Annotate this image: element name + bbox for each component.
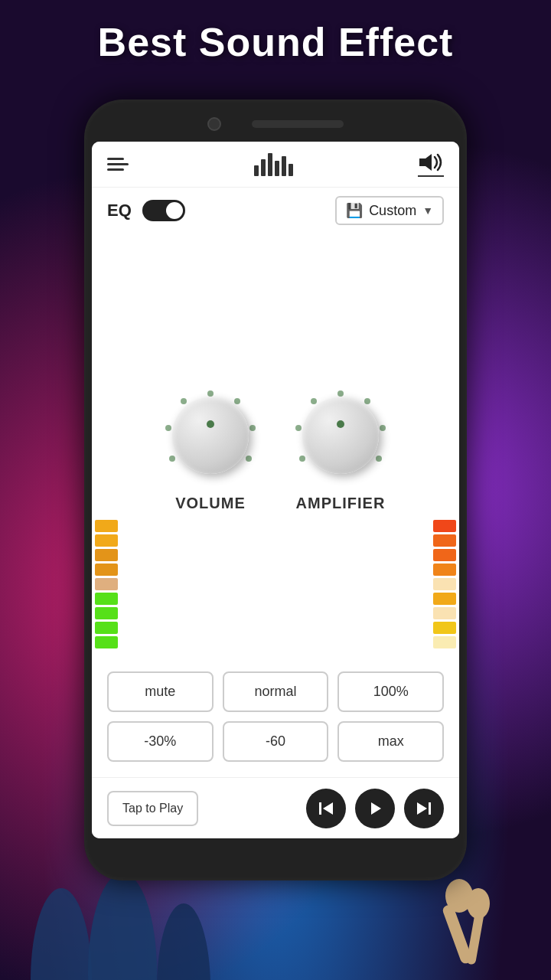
chevron-down-icon: ▼ xyxy=(422,204,433,217)
vu-right-bar xyxy=(433,622,456,634)
menu-line-1 xyxy=(107,158,124,160)
minus30-button[interactable]: -30% xyxy=(107,721,214,762)
volume-icon-button[interactable] xyxy=(418,152,444,177)
vu-left-bar xyxy=(95,636,118,648)
eq-bar-6 xyxy=(289,164,293,176)
equalizer-icon xyxy=(254,153,293,176)
eq-bar-5 xyxy=(282,156,286,176)
tap-to-play-button[interactable]: Tap to Play xyxy=(107,791,198,826)
vu-meter-left xyxy=(92,249,121,648)
svg-point-15 xyxy=(337,390,344,397)
player-controls xyxy=(306,789,444,828)
eq-toggle[interactable] xyxy=(142,200,185,221)
vu-right-bar xyxy=(433,593,456,605)
menu-line-3 xyxy=(107,168,124,171)
svg-point-2 xyxy=(157,903,210,980)
svg-point-10 xyxy=(249,425,256,431)
menu-button[interactable] xyxy=(107,158,129,171)
vu-meter-right xyxy=(430,249,459,648)
svg-point-18 xyxy=(376,456,382,462)
svg-rect-22 xyxy=(319,802,321,815)
svg-point-16 xyxy=(364,398,370,404)
svg-point-6 xyxy=(467,888,490,919)
vu-left-bar xyxy=(95,607,118,619)
svg-rect-25 xyxy=(429,802,431,815)
eq-bar-4 xyxy=(275,161,279,176)
vu-left-bar xyxy=(95,578,118,590)
eq-bar-3 xyxy=(268,153,272,176)
vu-left-bar xyxy=(95,622,118,634)
preset-dropdown[interactable]: 💾 Custom ▼ xyxy=(335,196,444,225)
volume-knob-body[interactable] xyxy=(172,397,249,474)
title-bar: Best Sound Effect xyxy=(0,0,551,84)
svg-point-0 xyxy=(31,888,92,980)
next-button[interactable] xyxy=(404,789,444,828)
knob-section: VOLUME xyxy=(92,234,459,664)
save-icon: 💾 xyxy=(346,202,363,219)
svg-marker-26 xyxy=(417,802,427,815)
vu-right-bar xyxy=(433,636,456,648)
play-button[interactable] xyxy=(355,789,395,828)
vu-left-bar xyxy=(95,549,118,561)
player-bar: Tap to Play xyxy=(92,777,459,838)
svg-point-14 xyxy=(181,398,187,404)
minus60-button[interactable]: -60 xyxy=(223,721,329,762)
amplifier-knob[interactable] xyxy=(291,386,390,485)
phone-frame: EQ 💾 Custom ▼ xyxy=(84,100,467,880)
svg-point-13 xyxy=(165,425,171,431)
amplifier-knob-indicator xyxy=(337,420,344,428)
eq-bar-2 xyxy=(261,159,266,176)
svg-point-12 xyxy=(169,456,175,462)
vu-left-bar xyxy=(95,534,118,547)
eq-row: EQ 💾 Custom ▼ xyxy=(92,188,459,234)
menu-line-2 xyxy=(107,163,129,165)
volume-knob[interactable] xyxy=(161,386,260,485)
vu-left-bar xyxy=(95,593,118,605)
svg-point-20 xyxy=(295,425,302,431)
volume-label: VOLUME xyxy=(175,495,246,512)
svg-point-8 xyxy=(207,390,214,397)
vu-left-bar xyxy=(95,520,118,532)
amplifier-knob-container: AMPLIFIER xyxy=(291,386,390,512)
full-volume-button[interactable]: 100% xyxy=(337,671,444,712)
vu-left-bar xyxy=(95,564,118,576)
mute-button[interactable]: mute xyxy=(107,671,214,712)
svg-point-17 xyxy=(380,425,386,431)
preset-label: Custom xyxy=(369,203,416,219)
svg-marker-24 xyxy=(371,802,381,815)
volume-knob-indicator xyxy=(207,420,214,428)
eq-bar-1 xyxy=(254,165,259,176)
vu-right-bar xyxy=(433,520,456,532)
svg-point-19 xyxy=(299,456,305,462)
svg-point-21 xyxy=(311,398,317,404)
vu-right-bar xyxy=(433,549,456,561)
app-screen: EQ 💾 Custom ▼ xyxy=(92,142,459,838)
max-button[interactable]: max xyxy=(337,721,444,762)
app-title: Best Sound Effect xyxy=(98,19,454,65)
vu-right-bar xyxy=(433,534,456,547)
eq-label: EQ xyxy=(107,201,132,220)
amplifier-knob-body[interactable] xyxy=(302,397,379,474)
svg-marker-23 xyxy=(323,802,333,815)
eq-toggle-thumb xyxy=(166,202,183,219)
front-camera xyxy=(207,117,221,131)
svg-point-11 xyxy=(246,456,252,462)
svg-point-9 xyxy=(234,398,240,404)
normal-button[interactable]: normal xyxy=(223,671,329,712)
app-header xyxy=(92,142,459,188)
svg-rect-4 xyxy=(466,910,484,965)
amplifier-label: AMPLIFIER xyxy=(296,495,386,512)
prev-button[interactable] xyxy=(306,789,346,828)
volume-knob-container: VOLUME xyxy=(161,386,260,512)
phone-top xyxy=(84,100,467,142)
vu-right-bar xyxy=(433,564,456,576)
svg-marker-7 xyxy=(419,154,432,171)
action-buttons-section: mute normal 100% -30% -60 max xyxy=(92,664,459,777)
phone-speaker xyxy=(252,120,344,128)
vu-right-bar xyxy=(433,578,456,590)
vu-right-bar xyxy=(433,607,456,619)
svg-point-1 xyxy=(88,873,157,980)
